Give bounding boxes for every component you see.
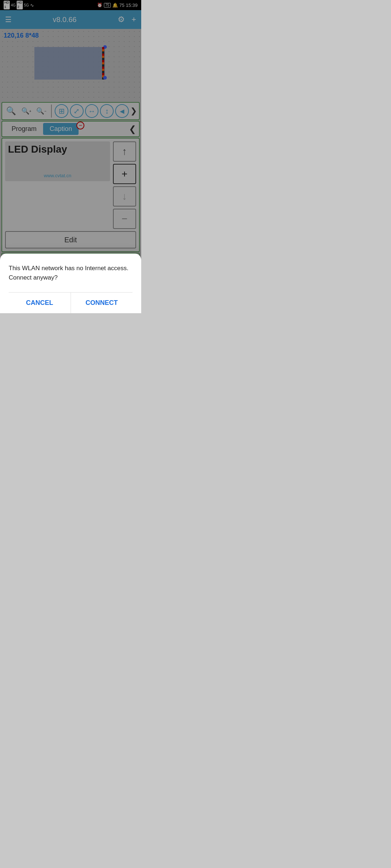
dialog-overlay: This WLAN network has no Internet access…: [0, 0, 141, 313]
cancel-button[interactable]: CANCEL: [9, 293, 71, 313]
connect-button[interactable]: CONNECT: [71, 293, 133, 313]
dialog-buttons: CANCEL CONNECT: [9, 292, 133, 313]
wlan-dialog: This WLAN network has no Internet access…: [0, 254, 141, 313]
dialog-message: This WLAN network has no Internet access…: [9, 264, 133, 282]
